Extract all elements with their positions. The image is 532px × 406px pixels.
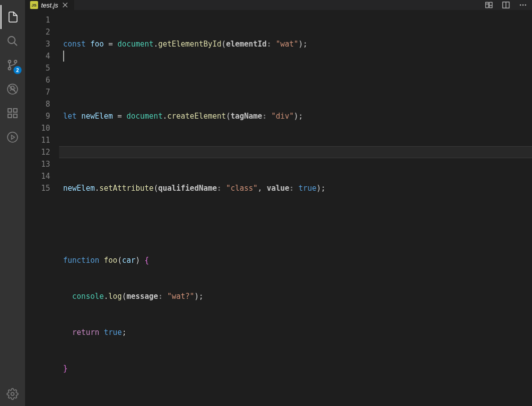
code-line[interactable]: let newElem = document.createElement(tag… (59, 110, 532, 122)
code-line[interactable]: newElem.setAttribute(qualifiedName: "cla… (59, 182, 532, 194)
text-cursor (63, 51, 64, 62)
line-number: 14 (25, 170, 50, 182)
no-bug-icon (7, 83, 19, 95)
svg-point-24 (525, 5, 526, 6)
search-icon (7, 35, 19, 47)
line-number: 7 (25, 86, 50, 98)
split-icon (502, 1, 510, 9)
code-line[interactable]: function foo(car) { (59, 254, 532, 266)
svg-rect-9 (14, 114, 17, 118)
svg-marker-12 (12, 135, 15, 139)
svg-rect-10 (14, 109, 17, 112)
svg-point-2 (9, 61, 11, 63)
tab-bar: JS test.js (25, 0, 532, 10)
editor-tab[interactable]: JS test.js (25, 0, 75, 10)
tab-spacer (75, 0, 484, 10)
code-line[interactable] (59, 146, 532, 158)
svg-point-0 (8, 37, 15, 44)
svg-rect-8 (8, 114, 12, 118)
svg-point-13 (11, 392, 14, 395)
split-editor-button[interactable] (501, 0, 511, 10)
svg-point-11 (8, 132, 18, 142)
svg-rect-7 (8, 109, 12, 112)
line-number: 8 (25, 98, 50, 110)
tab-filename: test.js (41, 2, 58, 9)
circle-play-icon (7, 131, 19, 143)
svg-rect-16 (486, 3, 489, 8)
line-number: 13 (25, 158, 50, 170)
svg-line-1 (14, 43, 17, 46)
source-control-activity[interactable]: 2 (1, 53, 25, 77)
line-number: 6 (25, 74, 50, 86)
search-activity[interactable] (1, 29, 25, 53)
ellipsis-icon (519, 1, 527, 9)
js-file-icon: JS (30, 1, 38, 9)
code-line[interactable]: const foo = document.getElementById(elem… (59, 38, 532, 50)
code-line[interactable] (59, 74, 532, 86)
more-actions-button[interactable] (518, 0, 528, 10)
line-number: 12 (25, 146, 50, 158)
editor-actions (484, 0, 532, 10)
line-number: 5 (25, 62, 50, 74)
svg-point-23 (522, 5, 524, 6)
line-number: 1 (25, 14, 50, 26)
gear-icon (7, 388, 19, 400)
activity-bar: 2 (0, 0, 25, 406)
diff-icon (485, 1, 493, 9)
close-tab-button[interactable] (61, 1, 69, 9)
line-number: 2 (25, 26, 50, 38)
line-number: 10 (25, 122, 50, 134)
code-line[interactable] (59, 218, 532, 230)
line-number: 4 (25, 50, 50, 62)
custom-activity[interactable] (1, 125, 25, 149)
code-line[interactable]: } (59, 362, 532, 374)
line-number: 15 (25, 182, 50, 194)
code-line[interactable]: console.log(message: "wat?"); (59, 290, 532, 302)
debug-activity[interactable] (1, 77, 25, 101)
files-icon (7, 11, 19, 23)
svg-point-3 (15, 61, 17, 63)
svg-rect-17 (489, 3, 492, 8)
line-number: 11 (25, 134, 50, 146)
extensions-activity[interactable] (1, 101, 25, 125)
compare-changes-button[interactable] (484, 0, 494, 10)
svg-point-22 (520, 5, 521, 6)
code-editor[interactable]: 1 2 3 4 5 6 7 8 9 10 11 12 13 14 15 cons… (25, 10, 532, 406)
line-number-gutter: 1 2 3 4 5 6 7 8 9 10 11 12 13 14 15 (25, 10, 59, 406)
svg-point-4 (9, 68, 11, 70)
code-line[interactable] (59, 398, 532, 406)
extensions-icon (7, 107, 19, 119)
code-line[interactable]: return true; (59, 326, 532, 338)
code-content[interactable]: const foo = document.getElementById(elem… (59, 10, 532, 406)
line-number: 9 (25, 110, 50, 122)
close-icon (62, 2, 69, 9)
settings-activity[interactable] (1, 382, 25, 406)
explorer-activity[interactable] (1, 5, 25, 29)
main-area: JS test.js 1 2 3 4 5 6 7 (25, 0, 532, 406)
line-number: 3 (25, 38, 50, 50)
scm-badge: 2 (14, 66, 22, 74)
